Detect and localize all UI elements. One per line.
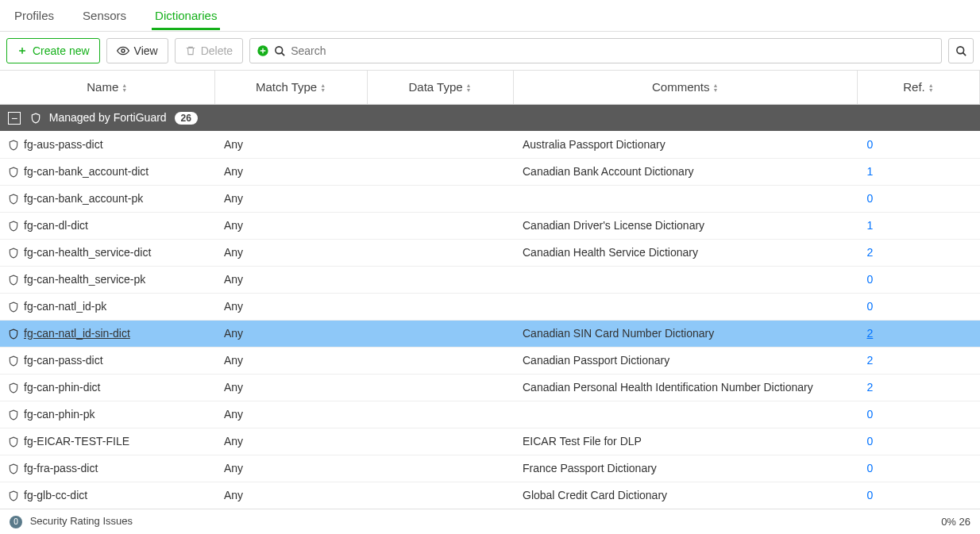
table-row[interactable]: fg-can-health_service-pkAny0 [0, 266, 980, 293]
table-row[interactable]: fg-can-pass-dictAnyCanadian Passport Dic… [0, 347, 980, 374]
issues-label: Security Rating Issues [30, 515, 133, 527]
row-ref-link[interactable]: 1 [867, 219, 874, 232]
search-button[interactable] [948, 38, 974, 63]
svg-point-0 [122, 49, 125, 52]
view-button[interactable]: View [106, 38, 168, 63]
row-data [367, 320, 513, 347]
table-container: Name▲▼ Match Type▲▼ Data Type▲▼ Comments… [0, 70, 980, 534]
shield-icon [8, 248, 19, 259]
row-ref-link[interactable]: 2 [867, 246, 874, 259]
col-comments-header[interactable]: Comments▲▼ [513, 71, 858, 104]
row-comments: Canadian SIN Card Number Dictionary [513, 320, 858, 347]
group-header-row[interactable]: − Managed by FortiGuard 26 [0, 104, 980, 131]
row-comments: Canadian Driver's License Dictionary [513, 212, 858, 239]
table-row[interactable]: fg-can-natl_id-sin-dictAnyCanadian SIN C… [0, 320, 980, 347]
row-data [367, 266, 513, 293]
row-comments: Canadian Passport Dictionary [513, 347, 858, 374]
table-row[interactable]: fg-can-natl_id-pkAny0 [0, 293, 980, 320]
row-ref-link[interactable]: 0 [867, 462, 874, 474]
row-ref-link[interactable]: 0 [867, 435, 874, 448]
row-match: Any [214, 482, 367, 509]
table-row[interactable]: fg-can-dl-dictAnyCanadian Driver's Licen… [0, 212, 980, 239]
row-name: fg-can-phin-pk [24, 408, 95, 421]
row-data [367, 347, 513, 374]
row-ref-link[interactable]: 0 [867, 489, 874, 501]
row-name: fg-EICAR-TEST-FILE [24, 435, 129, 448]
security-rating-issues[interactable]: 0 Security Rating Issues [10, 515, 133, 528]
row-match: Any [214, 293, 367, 320]
tab-profiles[interactable]: Profiles [11, 1, 57, 30]
svg-point-2 [276, 46, 283, 53]
search-icon [274, 45, 286, 57]
collapse-icon[interactable]: − [8, 112, 21, 125]
issues-count-badge: 0 [10, 516, 22, 528]
row-name: fg-fra-pass-dict [24, 462, 98, 474]
row-data [367, 401, 513, 428]
delete-label: Delete [201, 44, 233, 57]
tab-sensors[interactable]: Sensors [79, 1, 129, 30]
row-ref-link[interactable]: 0 [867, 138, 874, 151]
row-match: Any [214, 185, 367, 212]
row-match: Any [214, 239, 367, 266]
delete-button: Delete [175, 38, 243, 63]
row-data [367, 455, 513, 482]
shield-icon [8, 221, 19, 232]
table-row[interactable]: fg-can-phin-dictAnyCanadian Personal Hea… [0, 374, 980, 401]
row-data [367, 131, 513, 158]
table-row[interactable]: fg-can-phin-pkAny0 [0, 401, 980, 428]
row-match: Any [214, 212, 367, 239]
shield-icon [8, 355, 19, 367]
col-ref-header[interactable]: Ref.▲▼ [858, 71, 980, 104]
create-new-button[interactable]: ＋ Create new [6, 38, 100, 63]
row-ref-link[interactable]: 2 [867, 327, 874, 340]
col-data-header[interactable]: Data Type▲▼ [367, 71, 513, 104]
tab-dictionaries[interactable]: Dictionaries [152, 1, 220, 30]
svg-line-3 [282, 52, 285, 56]
row-ref-link[interactable]: 0 [867, 192, 874, 205]
shield-icon [30, 113, 41, 124]
shield-icon [8, 302, 19, 313]
row-ref-link[interactable]: 0 [867, 300, 874, 313]
row-data [367, 239, 513, 266]
create-new-label: Create new [33, 44, 90, 57]
row-name: fg-can-phin-dict [24, 381, 101, 394]
search-input[interactable] [291, 39, 935, 63]
row-ref-link[interactable]: 0 [867, 408, 874, 421]
table-row[interactable]: fg-can-bank_account-pkAny0 [0, 185, 980, 212]
svg-line-5 [963, 52, 966, 56]
table-row[interactable]: fg-EICAR-TEST-FILEAnyEICAR Test File for… [0, 428, 980, 455]
shield-icon [8, 167, 19, 178]
row-match: Any [214, 266, 367, 293]
table-row[interactable]: fg-can-health_service-dictAnyCanadian He… [0, 239, 980, 266]
table-row[interactable]: fg-glb-cc-dictAnyGlobal Credit Card Dict… [0, 482, 980, 509]
search-field[interactable] [249, 38, 942, 63]
row-name: fg-can-health_service-dict [24, 246, 151, 259]
shield-icon [8, 382, 19, 394]
sort-icon: ▲▼ [466, 83, 472, 93]
col-match-header[interactable]: Match Type▲▼ [214, 71, 367, 104]
plus-icon: ＋ [17, 44, 28, 58]
row-comments: Canadian Bank Account Dictionary [513, 158, 858, 185]
row-comments [513, 293, 858, 320]
dictionaries-table: Name▲▼ Match Type▲▼ Data Type▲▼ Comments… [0, 71, 980, 509]
sort-icon: ▲▼ [122, 83, 127, 93]
table-row[interactable]: fg-fra-pass-dictAnyFrance Passport Dicti… [0, 455, 980, 482]
row-ref-link[interactable]: 2 [867, 381, 874, 394]
row-comments: Australia Passport Dictionary [513, 131, 858, 158]
add-filter-icon[interactable] [257, 44, 269, 57]
table-row[interactable]: fg-aus-pass-dictAnyAustralia Passport Di… [0, 131, 980, 158]
row-data [367, 158, 513, 185]
row-ref-link[interactable]: 0 [867, 273, 874, 286]
table-row[interactable]: fg-can-bank_account-dictAnyCanadian Bank… [0, 158, 980, 185]
shield-icon [8, 140, 19, 151]
eye-icon [117, 44, 129, 57]
row-name: fg-can-bank_account-pk [24, 192, 143, 205]
row-ref-link[interactable]: 1 [867, 165, 874, 178]
sort-icon: ▲▼ [713, 83, 719, 93]
col-name-header[interactable]: Name▲▼ [0, 71, 214, 104]
row-comments [513, 266, 858, 293]
table-scroll[interactable]: Name▲▼ Match Type▲▼ Data Type▲▼ Comments… [0, 71, 980, 534]
row-ref-link[interactable]: 2 [867, 354, 874, 367]
shield-icon [8, 490, 19, 501]
row-data [367, 212, 513, 239]
